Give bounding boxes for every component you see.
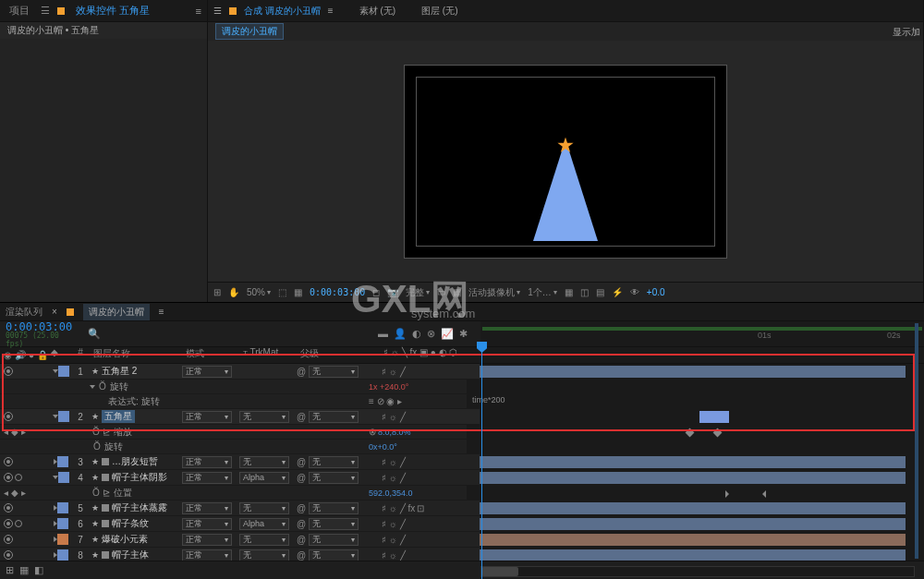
layer-6-label[interactable] [57, 518, 68, 529]
layer-2-name[interactable]: ★五角星 [90, 409, 182, 424]
layer-2-switches[interactable]: ♯ ☼ ╱ [382, 412, 406, 422]
audio-header-icon[interactable]: 🔊 [15, 350, 26, 360]
layer-5-bar[interactable] [480, 502, 906, 514]
roi-icon[interactable]: ▭ [437, 287, 445, 297]
pos-kf-prev[interactable]: ◂ [4, 488, 8, 498]
shy-icon[interactable]: 👤 [394, 328, 407, 340]
render-queue-tab[interactable]: 渲染队列 [6, 306, 43, 319]
camera-select[interactable]: 活动摄像机▾ [468, 286, 520, 299]
layer-3-mode[interactable]: 正常▾ [182, 456, 232, 468]
layer-6-pickwhip[interactable]: @ [297, 519, 306, 529]
layer-7-visibility[interactable] [4, 535, 13, 544]
hand-icon[interactable]: ✋ [228, 287, 239, 297]
layer-6-mode[interactable]: 正常▾ [182, 518, 232, 530]
layer-5-fx-icon[interactable]: ⊡ [417, 503, 424, 513]
layer-3-trk[interactable]: 无▾ [239, 456, 289, 468]
prop-expression[interactable]: 表达式: 旋转 [108, 395, 160, 408]
search-icon[interactable]: 🔍 [88, 328, 101, 340]
layer-7-bar[interactable] [480, 534, 906, 546]
layer-2-visibility[interactable] [4, 412, 13, 421]
layer-4-visibility[interactable] [4, 473, 13, 482]
prop-rotation[interactable]: 旋转 [110, 380, 128, 393]
layer-3-label[interactable] [57, 456, 68, 467]
layer-2-bar[interactable] [699, 411, 729, 423]
layer-8-label[interactable] [57, 549, 68, 561]
layer-5-label[interactable] [57, 502, 68, 513]
layer-4-label[interactable] [58, 472, 69, 483]
layer-2-pickwhip[interactable]: @ [297, 412, 306, 422]
layer-8-visibility[interactable] [4, 550, 13, 560]
kf-next[interactable]: ▸ [21, 427, 26, 437]
layer-1-pickwhip[interactable]: @ [297, 367, 306, 377]
motion-blur-icon[interactable]: ⊗ [427, 328, 435, 340]
grid-icon[interactable]: ⊞ [213, 287, 221, 297]
search-input[interactable] [110, 327, 361, 341]
solo-header-icon[interactable]: ● [29, 350, 34, 360]
trans-grid-icon[interactable]: ▦ [453, 287, 461, 297]
pos-kf-2[interactable] [762, 490, 766, 498]
time-ruler[interactable]: 01s 02s [480, 321, 924, 346]
layer-4-name[interactable]: ★帽子主体阴影 [90, 470, 182, 485]
layer-1-parent[interactable]: 无▾ [309, 366, 359, 378]
color-icon[interactable]: 👁 [630, 287, 639, 297]
toggle-switches-icon[interactable]: ⊞ [6, 564, 14, 576]
kf-add[interactable]: ◆ [11, 427, 18, 437]
layer-7-label[interactable] [57, 534, 68, 545]
eye-header-icon[interactable]: ◉ [4, 350, 12, 360]
layer-3-name[interactable]: ★…朋友短暂 [90, 454, 182, 469]
layer-4-switches[interactable]: ♯ ☼ ╱ [382, 473, 406, 483]
layer-5-pickwhip[interactable]: @ [297, 503, 306, 513]
mask-icon[interactable]: ◻ [372, 287, 380, 297]
layer-5-visibility[interactable] [4, 503, 13, 513]
panel-menu-icon[interactable]: ☰ [41, 5, 50, 17]
layer-7-mode[interactable]: 正常▾ [182, 534, 232, 546]
layer-5-mode[interactable]: 正常▾ [182, 502, 232, 514]
scale-kf-1[interactable] [686, 428, 695, 438]
layer-1-bar[interactable] [480, 366, 906, 378]
graph-icon[interactable]: 📈 [441, 328, 454, 340]
mode-column-header[interactable]: 模式 [182, 347, 239, 363]
views-select[interactable]: 1个…▾ [528, 286, 557, 299]
footage-tab[interactable]: 素材 (无) [359, 5, 395, 18]
layer-1-label[interactable] [58, 366, 69, 377]
layer-3-pickwhip[interactable]: @ [297, 457, 306, 467]
scale-kf-2[interactable] [713, 428, 723, 438]
layer-3-parent[interactable]: 无▾ [309, 456, 359, 468]
layer-1-mode[interactable]: 正常▾ [182, 366, 232, 378]
tab-menu-icon[interactable]: ≡ [196, 6, 201, 17]
layer-4-solo[interactable] [15, 474, 22, 481]
layer-6-visibility[interactable] [4, 519, 13, 528]
layer-4-trk[interactable]: Alpha▾ [239, 472, 289, 484]
layer-1-switches[interactable]: ♯ ☼ ╱ [382, 367, 406, 377]
layer-5-name[interactable]: ★帽子主体蒸露 [90, 501, 182, 515]
layer-4-parent[interactable]: 无▾ [309, 472, 359, 484]
pixel-icon[interactable]: ▤ [596, 287, 604, 297]
pos-kf-next[interactable]: ▸ [21, 488, 26, 498]
expr-code[interactable]: time*200 [467, 395, 505, 404]
toggle-modes-icon[interactable]: ▦ [19, 564, 29, 576]
comp-end-marker[interactable] [915, 323, 918, 559]
rot-twirl[interactable] [90, 385, 95, 389]
layer-6-bar[interactable] [480, 518, 906, 530]
composition-viewer[interactable] [208, 41, 923, 282]
layer-3-bar[interactable] [480, 456, 906, 468]
fast-icon[interactable]: ⚡ [612, 287, 623, 297]
layer-8-trk[interactable]: 无▾ [239, 549, 289, 561]
layer-6-solo[interactable] [15, 520, 22, 527]
pos-kf-1[interactable] [725, 490, 729, 498]
expr-icons[interactable]: ≡ ⊘ ◉ ▸ [369, 396, 402, 406]
comp-viewer-tab[interactable]: 合成 调皮的小丑帽 [244, 5, 321, 18]
res-icon[interactable]: ⬚ [278, 287, 286, 297]
layer-7-name[interactable]: ★爆破小元素 [90, 532, 182, 547]
timeline-zoom-handle[interactable] [481, 567, 518, 576]
tab-menu-icon3[interactable]: ≡ [159, 307, 164, 317]
comp-mini-icon[interactable]: ▬ [378, 328, 388, 340]
playhead[interactable] [481, 347, 482, 579]
rot-value[interactable]: 0x+0.0° [369, 442, 397, 452]
layer-4-bar[interactable] [480, 472, 906, 484]
pos-value[interactable]: 592.0,354.0 [369, 489, 413, 498]
timeline-zoom-track[interactable] [480, 566, 915, 577]
lock-header-icon[interactable]: 🔒 [37, 350, 48, 360]
layer-tab[interactable]: 图层 (无) [421, 5, 457, 18]
channel-icon[interactable]: ▦ [294, 287, 302, 297]
